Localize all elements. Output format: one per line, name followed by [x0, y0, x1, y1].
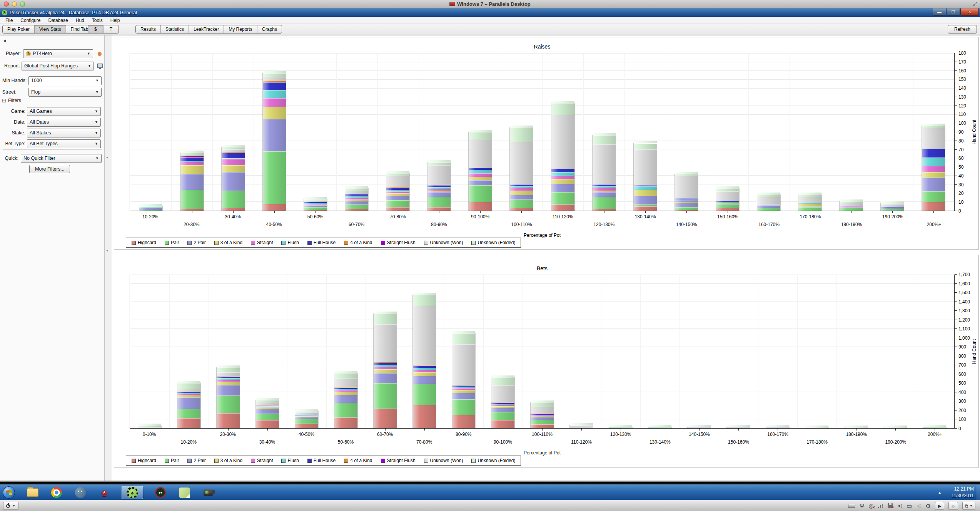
toolbar-button-graphs[interactable]: Graphs [257, 25, 282, 33]
y-tick-label: 100 [958, 417, 966, 422]
taskbar-item-poker-table-app[interactable]: ♣♥ [154, 486, 167, 499]
toolbar-button-statistics[interactable]: Statistics [161, 25, 189, 33]
toolbar-button-t[interactable]: T [104, 25, 119, 33]
menu-item-hud[interactable]: Hud [72, 17, 88, 23]
printer-icon[interactable]: ▭ [907, 503, 912, 509]
gridline [601, 275, 601, 428]
menu-item-file[interactable]: File [2, 17, 17, 23]
maximize-button[interactable]: ❐ [947, 8, 960, 16]
bar-segment-3-of-a-kind [386, 193, 409, 196]
y-tick [955, 167, 957, 167]
y-tick-label: 40 [958, 173, 963, 179]
close-button[interactable]: ✕ [960, 8, 979, 16]
taskbar-item-explorer-folder[interactable] [26, 486, 39, 499]
x-tick-label: 130-140% [635, 214, 656, 219]
quick-filter-combobox[interactable]: No Quick Filter ▼ [21, 154, 102, 163]
toolbar-button-results[interactable]: Results [136, 25, 161, 33]
menu-item-help[interactable]: Help [107, 17, 124, 23]
toolbar-button-view-stats[interactable]: View Stats [35, 25, 66, 33]
toolbar-button-my-reports[interactable]: My Reports [224, 25, 257, 33]
y-tick [955, 374, 957, 374]
gridline [419, 54, 419, 211]
system-tray: Ψ◎✕✕◄)▭☜⚙▶☼⧉ ▼ [848, 500, 975, 511]
player-combobox[interactable]: PT4Hero ▼ [23, 49, 93, 58]
monitor-icon[interactable] [97, 64, 103, 68]
volume-icon[interactable]: ◄) [897, 504, 903, 508]
x-tick [192, 211, 192, 213]
taskbar-item-postgresql-elephant[interactable] [74, 486, 87, 499]
bar-segment-straight [222, 159, 245, 165]
minimize-button[interactable]: ▬ [933, 8, 946, 16]
bar-segment-highcard [256, 420, 279, 428]
more-filters-button[interactable]: More Filters... [29, 165, 70, 173]
fullscreen-arrows-icon[interactable]: ⤢ [973, 1, 977, 7]
bar-segment-2-pair [413, 376, 436, 384]
menu-item-tools[interactable]: Tools [88, 17, 107, 23]
taskbar-item-pokerstars-spade[interactable]: ♠★ [98, 486, 111, 499]
chevron-down-icon: ▼ [95, 109, 98, 113]
collapse-box-icon[interactable]: − [2, 99, 6, 102]
street-combobox[interactable]: Flop ▼ [28, 88, 102, 97]
x-tick [424, 429, 425, 431]
menu-item-database[interactable]: Database [44, 17, 72, 23]
gridline [209, 275, 209, 428]
bar-segment-unknown-folded- [634, 144, 657, 150]
taskbar-item-start-orb[interactable] [2, 486, 15, 499]
taskbar-item-notes-app[interactable] [178, 486, 191, 499]
quick-label: Quick: [2, 156, 18, 161]
x-tick [892, 211, 893, 213]
toolbar-button-play-poker[interactable]: Play Poker [3, 25, 35, 33]
x-tick-label: 70-80% [416, 439, 432, 445]
taskbar-item-webcam-app[interactable] [202, 486, 215, 499]
taskbar-item-chrome[interactable] [50, 486, 63, 499]
filters-header[interactable]: − Filters [2, 98, 21, 103]
show-desktop-button[interactable] [976, 485, 980, 500]
report-combobox[interactable]: Global Post Flop Ranges ▼ [22, 62, 94, 70]
bar-segment-pair [881, 209, 904, 211]
cd-eject-icon[interactable]: ◎✕ [869, 503, 874, 509]
gridline [460, 54, 460, 211]
y-tick-label: 170 [958, 59, 966, 65]
menu-item-configure[interactable]: Configure [17, 17, 44, 23]
keyboard-icon[interactable] [848, 504, 855, 508]
taskbar-right: ▲ 12:21 PM 11/30/2011 [938, 485, 974, 500]
x-tick-label: 100-110% [511, 222, 532, 227]
legend-item-straight: Straight [251, 240, 273, 245]
person-icon[interactable]: ☻ [96, 50, 103, 57]
settings-button[interactable]: ☼ [948, 502, 958, 510]
window-switcher-button[interactable]: ⧉ ▼ [962, 502, 976, 510]
player-row: Player: PT4Hero ▼ ☻ [0, 49, 105, 59]
toolbar-button-leaktracker[interactable]: LeakTracker [189, 25, 224, 33]
show-hidden-icons-arrow[interactable]: ▲ [938, 491, 942, 494]
x-tick-label: 30-40% [225, 214, 240, 219]
taskbar-clock[interactable]: 12:21 PM 11/30/2011 [952, 486, 974, 499]
gear-icon[interactable]: ⚙ [926, 503, 931, 509]
x-tick-label: 120-130% [593, 222, 614, 227]
bar-segment-unknown-folded- [551, 103, 574, 114]
y-tick-label: 20 [958, 191, 963, 196]
power-button[interactable]: ▼ [3, 502, 18, 510]
taskbar-item-pokertracker-chip[interactable]: ♠ [122, 486, 143, 499]
filter-combobox-bettype[interactable]: All Bet Types▼ [27, 139, 101, 148]
bar-segment-full-house [263, 82, 286, 90]
usb-icon[interactable]: Ψ [860, 503, 865, 509]
filter-combobox-date[interactable]: All Dates▼ [27, 118, 101, 127]
bar-top-face [413, 293, 436, 295]
splitter-handle-icon[interactable]: ◂ [106, 249, 109, 252]
bar-segment-highcard [374, 409, 397, 429]
toolbar-button-$[interactable]: $ [88, 25, 104, 33]
play-button[interactable]: ▶ [935, 502, 944, 510]
hand-icon[interactable]: ☜ [916, 503, 921, 509]
filter-combobox-game[interactable]: All Games▼ [27, 107, 101, 116]
sidebar-collapse-arrow-icon[interactable]: ◀ [3, 39, 6, 43]
splitter-handle-icon[interactable]: ◂ [106, 156, 109, 159]
bar-top-face [757, 193, 780, 195]
floppy-disk-icon[interactable]: ✕ [888, 503, 893, 508]
bar-top-face [609, 425, 632, 427]
min-hands-combobox[interactable]: 1000 ▼ [28, 76, 102, 85]
bar-top-face [263, 71, 286, 74]
filter-combobox-stake[interactable]: All Stakes▼ [27, 129, 101, 137]
bar-segment-unknown-won- [263, 77, 286, 80]
network-icon[interactable] [878, 504, 883, 508]
refresh-button[interactable]: Refresh [948, 25, 977, 34]
